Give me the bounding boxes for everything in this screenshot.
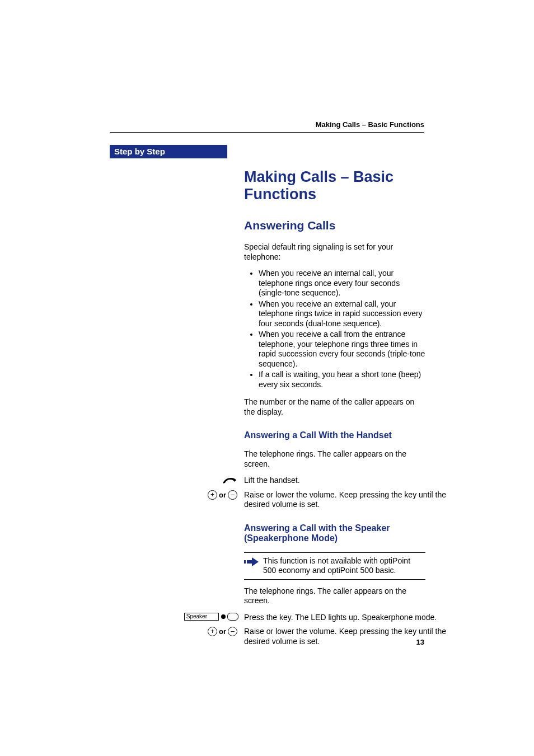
- page-number: 13: [416, 638, 424, 646]
- minus-key-icon: –: [228, 490, 237, 500]
- heading-speaker: Answering a Call with the Speaker (Speak…: [244, 523, 425, 543]
- minus-key-icon: –: [228, 627, 237, 636]
- volume-keys: + or –: [149, 627, 244, 636]
- list-item: When you receive a call from the entranc…: [259, 330, 425, 369]
- note-text: This function is not available with opti…: [263, 556, 425, 576]
- speaker-key: Speaker: [149, 613, 244, 621]
- plus-key-icon: +: [208, 490, 217, 500]
- header-rule: [110, 132, 424, 133]
- plus-key-icon: +: [208, 627, 217, 636]
- key-icon: [227, 613, 238, 621]
- step-lift-handset: Lift the handset.: [149, 476, 465, 486]
- step-text: Raise or lower the volume. Keep pressing…: [244, 490, 465, 510]
- led-icon: [221, 614, 226, 619]
- heading-handset: Answering a Call With the Handset: [244, 430, 425, 440]
- step-text: Raise or lower the volume. Keep pressing…: [244, 627, 465, 646]
- speaker-key-label: Speaker: [184, 613, 219, 621]
- step-text: Lift the handset.: [244, 476, 465, 486]
- list-item: When you receive an internal call, your …: [259, 269, 425, 298]
- running-head: Making Calls – Basic Functions: [316, 120, 424, 129]
- or-label: or: [219, 491, 226, 499]
- list-item: When you receive an external call, your …: [259, 299, 425, 329]
- step-text: Press the key. The LED lights up. Speake…: [244, 613, 465, 623]
- intro-paragraph: Special default ring signaling is set fo…: [244, 242, 425, 262]
- heading-answering-calls: Answering Calls: [244, 219, 425, 232]
- handset-icon: [149, 476, 244, 485]
- ring-signal-list: When you receive an internal call, your …: [244, 269, 425, 389]
- or-label: or: [219, 627, 226, 636]
- svg-rect-0: [244, 560, 246, 564]
- page: Making Calls – Basic Functions Step by S…: [0, 0, 534, 756]
- svg-rect-1: [247, 560, 252, 564]
- step-volume-handset: + or – Raise or lower the volume. Keep p…: [149, 490, 465, 510]
- list-item: If a call is waiting, you hear a short t…: [259, 370, 425, 389]
- speaker-intro: The telephone rings. The caller appears …: [244, 586, 425, 606]
- note-arrow-icon: [244, 556, 260, 566]
- volume-keys: + or –: [149, 490, 244, 500]
- handset-intro: The telephone rings. The caller appears …: [244, 449, 425, 469]
- heading-main: Making Calls – Basic Functions: [244, 168, 425, 203]
- caller-display-paragraph: The number or the name of the caller app…: [244, 397, 425, 417]
- step-speaker-key: Speaker Press the key. The LED lights up…: [149, 613, 465, 623]
- main-content: Making Calls – Basic Functions Answering…: [244, 158, 425, 651]
- note-box: This function is not available with opti…: [244, 552, 425, 580]
- sidebar-tab-step-by-step: Step by Step: [110, 145, 227, 158]
